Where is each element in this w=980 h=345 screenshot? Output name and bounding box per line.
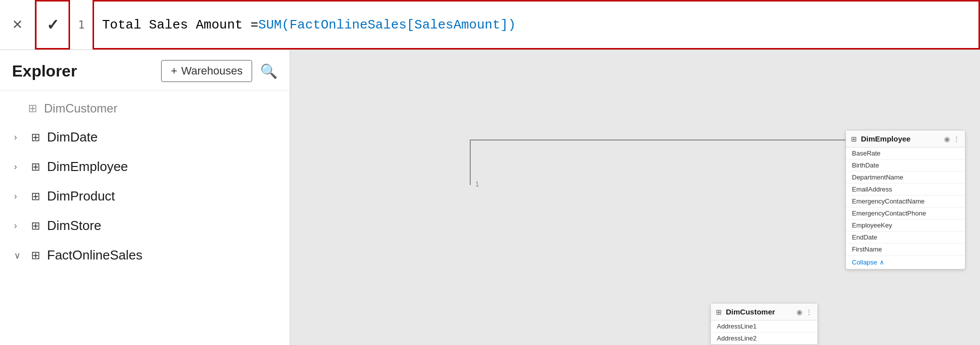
sidebar-item-factonlinesales[interactable]: ∨ ⊞ FactOnlineSales xyxy=(0,240,290,270)
table-icon-factonlinesales: ⊞ xyxy=(31,249,40,262)
add-warehouse-button[interactable]: + Warehouses xyxy=(161,60,252,82)
chevron-dimstore: › xyxy=(14,220,24,231)
table-icon-header: ⊞ xyxy=(716,308,722,316)
table-icon-dimproduct: ⊞ xyxy=(31,190,40,203)
sidebar-title: Explorer xyxy=(12,62,77,80)
field-addressline1: AddressLine1 xyxy=(711,320,817,332)
dim-employee-card: ⊞ DimEmployee ◉ ⋮ BaseRate BirthDate Dep… xyxy=(845,130,965,270)
collapse-button[interactable]: Collapse ∧ xyxy=(846,256,965,269)
field-emergencycontactphone: EmergencyContactPhone xyxy=(846,208,965,220)
sidebar-item-dimproduct[interactable]: › ⊞ DimProduct xyxy=(0,182,290,211)
dim-customer-title-row: ⊞ DimCustomer xyxy=(716,308,775,316)
field-enddate: EndDate xyxy=(846,232,965,244)
field-departmentname: DepartmentName xyxy=(846,172,965,184)
sidebar-item-label: DimEmployee xyxy=(47,159,128,174)
dim-employee-title: DimEmployee xyxy=(861,134,910,143)
chevron-dimproduct: › xyxy=(14,191,24,202)
sidebar-list: ⊞ DimCustomer › ⊞ DimDate › ⊞ DimEmploye… xyxy=(0,90,290,345)
field-addressline2: AddressLine2 xyxy=(711,332,817,344)
eye-icon[interactable]: ◉ xyxy=(796,308,802,316)
table-icon-header: ⊞ xyxy=(851,135,857,143)
sidebar-item-dimstore[interactable]: › ⊞ DimStore xyxy=(0,211,290,240)
plus-icon: + xyxy=(171,64,177,78)
dim-customer-actions: ◉ ⋮ xyxy=(796,308,812,316)
sidebar-item-label: DimDate xyxy=(47,130,98,145)
field-emailaddress: EmailAddress xyxy=(846,184,965,196)
sidebar-item-dimemployee[interactable]: › ⊞ DimEmployee xyxy=(0,152,290,182)
collapse-icon: ∧ xyxy=(879,258,884,266)
sidebar-item-dimcustomer[interactable]: ⊞ DimCustomer xyxy=(0,94,290,122)
field-birthdate: BirthDate xyxy=(846,160,965,172)
sidebar-header: Explorer + Warehouses 🔍 xyxy=(0,50,290,90)
search-icon: 🔍 xyxy=(260,64,278,79)
sidebar-item-label: FactOnlineSales xyxy=(47,248,143,263)
more-icon[interactable]: ⋮ xyxy=(953,135,960,143)
field-employeekey: EmployeeKey xyxy=(846,220,965,232)
chevron-dimdate: › xyxy=(14,132,24,142)
warehouses-label: Warehouses xyxy=(181,64,243,78)
eye-icon[interactable]: ◉ xyxy=(944,135,950,143)
formula-function-text: SUM(FactOnlineSales[SalesAmount]) xyxy=(258,18,516,32)
sidebar-item-dimdate[interactable]: › ⊞ DimDate xyxy=(0,122,290,152)
search-button[interactable]: 🔍 xyxy=(260,63,278,80)
dim-customer-card: ⊞ DimCustomer ◉ ⋮ AddressLine1 AddressLi… xyxy=(710,303,818,345)
canvas-area[interactable]: 1 ⊞ DimEmployee ◉ ⋮ BaseRate BirthDate D… xyxy=(290,50,980,345)
field-emergencycontactname: EmergencyContactName xyxy=(846,196,965,208)
formula-input[interactable]: Total Sales Amount = SUM(FactOnlineSales… xyxy=(93,0,980,50)
dim-customer-card-header: ⊞ DimCustomer ◉ ⋮ xyxy=(711,304,817,320)
dim-employee-card-header: ⊞ DimEmployee ◉ ⋮ xyxy=(846,130,965,148)
formula-static-text: Total Sales Amount = xyxy=(102,18,258,32)
sidebar-item-label: DimProduct xyxy=(47,188,115,204)
dim-employee-actions: ◉ ⋮ xyxy=(944,135,960,143)
table-icon-dimstore: ⊞ xyxy=(31,220,40,232)
table-icon-dimcustomer: ⊞ xyxy=(28,102,37,115)
table-icon-dimdate: ⊞ xyxy=(31,131,40,144)
sidebar: Explorer + Warehouses 🔍 ⊞ DimCustomer › xyxy=(0,50,290,345)
dim-employee-title-row: ⊞ DimEmployee xyxy=(851,134,910,143)
table-icon-dimemployee: ⊞ xyxy=(31,160,40,174)
confirm-button[interactable]: ✓ xyxy=(35,0,70,50)
formula-bar: ✕ ✓ 1 Total Sales Amount = SUM(FactOnlin… xyxy=(0,0,980,50)
confirm-icon: ✓ xyxy=(47,16,59,34)
dim-customer-title: DimCustomer xyxy=(726,308,775,316)
chevron-dimemployee: › xyxy=(14,162,24,172)
line-indicator: 1 xyxy=(475,180,479,188)
chevron-factonlinesales: ∨ xyxy=(14,250,24,261)
field-firstname: FirstName xyxy=(846,244,965,256)
cancel-icon: ✕ xyxy=(12,17,23,32)
sidebar-actions: + Warehouses 🔍 xyxy=(161,60,278,82)
sidebar-item-label: DimStore xyxy=(47,218,101,234)
collapse-label: Collapse xyxy=(852,258,877,266)
line-number: 1 xyxy=(70,18,93,31)
field-baserate: BaseRate xyxy=(846,148,965,160)
sidebar-item-label: DimCustomer xyxy=(44,102,118,116)
more-icon[interactable]: ⋮ xyxy=(805,308,812,316)
main-area: Explorer + Warehouses 🔍 ⊞ DimCustomer › xyxy=(0,50,980,345)
cancel-button[interactable]: ✕ xyxy=(0,0,35,50)
